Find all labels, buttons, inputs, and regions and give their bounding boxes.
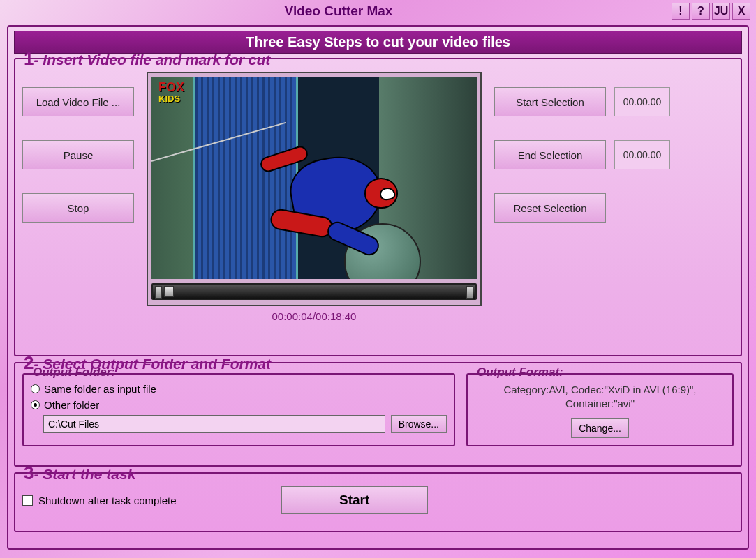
- step1-number: 1: [24, 48, 34, 69]
- titlebar: Video Cutter Max ! ? JU X: [0, 0, 756, 22]
- channel-logo-top: FOX: [158, 82, 184, 93]
- video-time-label: 00:00:04/00:18:40: [147, 310, 482, 322]
- output-format-group: Output Format: Category:AVI, Codec:"XviD…: [466, 373, 734, 446]
- step2-group: 2- Select Output Folder and Format Outpu…: [14, 362, 742, 467]
- radio-same-label: Same folder as input file: [44, 383, 156, 395]
- step1-legend: 1- Insert Video file and mark for cut: [20, 48, 274, 70]
- output-folder-group: Output Folder: Same folder as input file…: [22, 373, 455, 446]
- channel-logo: FOX KIDS: [158, 82, 184, 104]
- app-title: Video Cutter Max: [6, 3, 672, 19]
- radio-same-folder[interactable]: Same folder as input file: [31, 383, 447, 395]
- browse-button[interactable]: Browse...: [391, 415, 447, 433]
- titlebar-buttons: ! ? JU X: [672, 3, 750, 20]
- radio-other-label: Other folder: [44, 399, 99, 411]
- step1-legend-text: - Insert Video file and mark for cut: [34, 52, 270, 68]
- video-frame: FOX KIDS: [147, 72, 482, 306]
- pause-button[interactable]: Pause: [22, 140, 134, 169]
- radio-other-dot[interactable]: [31, 400, 40, 409]
- radio-other-folder[interactable]: Other folder: [31, 399, 447, 411]
- extra-button[interactable]: JU: [712, 3, 730, 20]
- shutdown-checkbox-row[interactable]: Shutdown after task complete: [22, 495, 177, 506]
- video-seek-slider[interactable]: [151, 283, 477, 300]
- channel-logo-bottom: KIDS: [158, 93, 180, 104]
- video-preview[interactable]: FOX KIDS: [151, 77, 477, 279]
- step3-group: 3- Start the task Shutdown after task co…: [14, 472, 742, 532]
- step3-legend-text: - Start the task: [34, 466, 135, 482]
- output-folder-legend: Output Folder:: [29, 365, 119, 379]
- step1-left-controls: Load Video File ... Pause Stop: [22, 72, 134, 223]
- video-area: FOX KIDS 00:00:04/00:18:40: [147, 72, 482, 322]
- step1-right-controls: Start Selection 00.00.00 End Selection 0…: [494, 72, 670, 223]
- output-path-input[interactable]: [43, 415, 385, 433]
- step3-number: 3: [24, 462, 34, 483]
- main-panel: Three Easy Steps to cut your video files…: [7, 25, 749, 550]
- radio-same-dot[interactable]: [31, 384, 40, 393]
- start-selection-button[interactable]: Start Selection: [494, 87, 606, 116]
- end-selection-time: 00.00.00: [614, 140, 670, 169]
- start-button[interactable]: Start: [281, 486, 428, 514]
- step3-legend: 3- Start the task: [20, 462, 140, 484]
- change-format-button[interactable]: Change...: [571, 418, 629, 438]
- reset-selection-button[interactable]: Reset Selection: [494, 193, 606, 223]
- load-video-button[interactable]: Load Video File ...: [22, 87, 134, 116]
- start-selection-time: 00.00.00: [614, 87, 670, 116]
- end-selection-button[interactable]: End Selection: [494, 140, 606, 169]
- alert-button[interactable]: !: [672, 3, 690, 20]
- shutdown-label: Shutdown after task complete: [38, 495, 177, 506]
- stop-button[interactable]: Stop: [22, 193, 134, 223]
- help-button[interactable]: ?: [692, 3, 710, 20]
- step1-group: 1- Insert Video file and mark for cut Lo…: [14, 58, 742, 356]
- shutdown-checkbox[interactable]: [22, 495, 33, 506]
- close-button[interactable]: X: [732, 3, 750, 20]
- output-format-legend: Output Format:: [473, 365, 567, 379]
- output-format-text: Category:AVI, Codec:"XviD in AVI (16:9)"…: [475, 383, 725, 412]
- seek-thumb[interactable]: [164, 286, 174, 297]
